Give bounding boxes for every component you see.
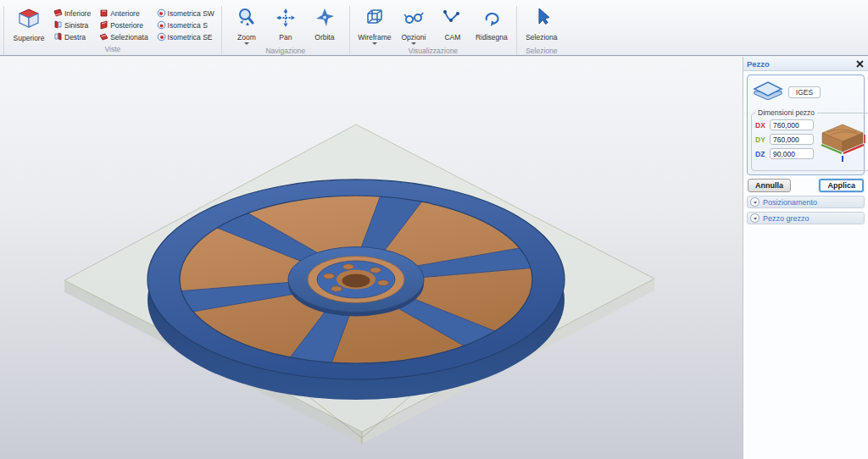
orbita-label: Orbita — [314, 33, 334, 41]
dimensioni-pezzo-group: Dimensioni pezzo DX DY DZ — [751, 108, 868, 171]
wireframe-button[interactable]: Wireframe — [355, 6, 394, 46]
wireframe-dropdown-icon[interactable] — [372, 42, 377, 45]
toolpath-icon — [442, 7, 464, 32]
wire-cube-icon — [364, 7, 386, 32]
dx-label: DX — [755, 121, 767, 130]
view-label: Isometrica SE — [168, 33, 213, 41]
3d-scene — [0, 57, 743, 459]
opzioni-dropdown-icon[interactable] — [411, 42, 416, 45]
dimensioni-legend: Dimensioni pezzo — [755, 108, 817, 117]
view-label: Inferiore — [64, 9, 91, 18]
view-anteriore-button[interactable]: Anteriore — [97, 8, 149, 19]
ridisegna-button[interactable]: Ridisegna — [472, 6, 511, 46]
zoom-button[interactable]: Zoom — [227, 6, 266, 46]
chevron-down-icon — [750, 197, 760, 207]
view-inferiore-button[interactable]: Inferiore — [52, 8, 92, 19]
dy-label: DY — [755, 135, 767, 144]
opzioni-button[interactable]: Opzioni — [394, 6, 433, 46]
dx-input[interactable] — [770, 119, 814, 130]
view-label: Sinistra — [64, 21, 88, 30]
view-isometrica-se-button[interactable]: Isometrica SE — [155, 31, 216, 42]
group-label-visualizzazione: Visualizzazione — [355, 46, 511, 57]
view-label: Isometrica S — [168, 21, 208, 30]
wood-block-thumbnail — [817, 119, 866, 167]
dz-input[interactable] — [770, 148, 814, 159]
pezzo-panel-header: Pezzo — [743, 57, 868, 71]
view-posteriore-button[interactable]: Posteriore — [97, 19, 149, 30]
ribbon-group-visualizzazione: Wireframe Opzioni — [349, 6, 516, 55]
red-plane-view-icon — [53, 8, 63, 18]
ribbon-toolbar: Superiore Inferiore Anteriore Isometrica… — [0, 0, 868, 56]
opzioni-label: Opzioni — [401, 33, 426, 41]
group-label-selezione: Selezione — [522, 46, 561, 57]
stock-plate-icon — [753, 80, 783, 103]
section-pezzo-grezzo[interactable]: Pezzo grezzo — [747, 212, 865, 224]
cube-3d-top-icon — [16, 7, 42, 33]
superiore-label: Superiore — [14, 34, 45, 42]
applica-button[interactable]: Applica — [819, 179, 864, 192]
view-selezionata-button[interactable]: Selezionata — [97, 31, 149, 42]
ribbon-group-navigazione: Zoom Pan — [221, 6, 349, 55]
isometric-view-icon — [157, 32, 166, 41]
view-isometrica-sw-button[interactable]: Isometrica SW — [155, 8, 216, 19]
dz-label: DZ — [755, 150, 767, 158]
four-way-arrows-icon — [275, 7, 297, 32]
view-isometrica-s-button[interactable]: Isometrica S — [155, 19, 216, 30]
close-icon[interactable] — [855, 59, 865, 69]
isometric-view-icon — [157, 8, 166, 18]
ribbon-group-selezione: Seleziona Selezione — [516, 6, 566, 55]
red-plane-view-icon — [53, 32, 63, 41]
annulla-button[interactable]: Annulla — [748, 179, 791, 192]
zoom-label: Zoom — [237, 33, 256, 41]
red-plane-view-icon — [53, 20, 63, 30]
view-sinistra-button[interactable]: Sinistra — [52, 19, 92, 30]
view-label: Posteriore — [110, 21, 143, 30]
isometric-view-icon — [157, 20, 166, 30]
ribbon-group-viste: Superiore Inferiore Anteriore Isometrica… — [4, 6, 221, 55]
section-label: Posizionamento — [763, 198, 817, 207]
group-label-viste: Viste — [9, 44, 216, 55]
red-plane-view-icon — [99, 20, 108, 30]
pan-button[interactable]: Pan — [266, 6, 305, 46]
chevron-down-icon — [750, 213, 760, 223]
pezzo-settings-box: IGES Dimensioni pezzo DX DY DZ — [747, 75, 865, 175]
panel-title: Pezzo — [747, 59, 855, 69]
red-plane-view-icon — [99, 32, 108, 41]
view-destra-button[interactable]: Destra — [52, 31, 92, 42]
group-label-navigazione: Navigazione — [227, 46, 344, 57]
seleziona-button[interactable]: Seleziona — [522, 6, 561, 46]
orbit-star-icon — [314, 7, 336, 32]
superiore-view-button[interactable]: Superiore — [9, 6, 48, 43]
cam-label: CAM — [444, 33, 460, 41]
wireframe-label: Wireframe — [358, 33, 391, 41]
zoom-dropdown-icon[interactable] — [244, 42, 249, 45]
dy-input[interactable] — [770, 134, 814, 145]
redraw-arrow-icon — [481, 7, 503, 32]
ridisegna-label: Ridisegna — [476, 33, 508, 41]
cursor-arrow-icon — [531, 7, 553, 32]
wheel-hub — [288, 247, 424, 317]
eyeglasses-icon — [403, 7, 425, 32]
pan-label: Pan — [279, 33, 292, 41]
magnifier-icon — [236, 7, 258, 32]
red-plane-view-icon — [99, 8, 108, 18]
view-label: Isometrica SW — [168, 9, 214, 18]
view-label: Destra — [64, 33, 86, 41]
section-label: Pezzo grezzo — [763, 214, 810, 223]
cam-button[interactable]: CAM — [433, 6, 472, 46]
view-label: Selezionata — [110, 33, 147, 41]
model-format-field[interactable]: IGES — [788, 86, 821, 98]
orbita-button[interactable]: Orbita — [305, 6, 344, 46]
section-posizionamento[interactable]: Posizionamento — [747, 196, 865, 208]
view-label: Anteriore — [110, 9, 140, 18]
seleziona-label: Seleziona — [526, 33, 557, 41]
3d-viewport[interactable] — [0, 57, 743, 459]
pezzo-panel: Pezzo IGES Dimensioni pezzo DX — [743, 57, 868, 459]
